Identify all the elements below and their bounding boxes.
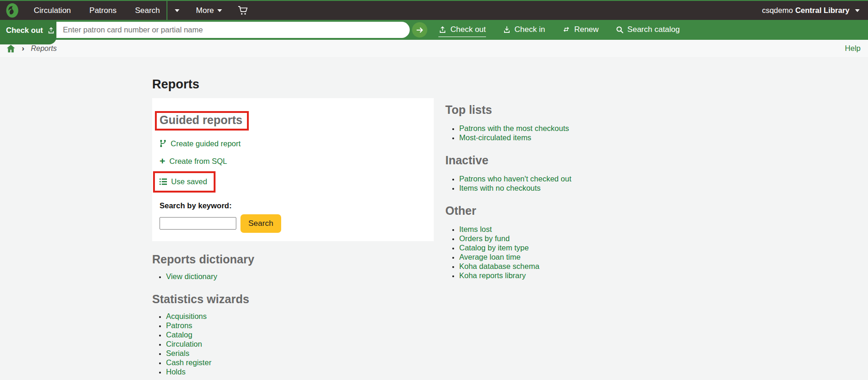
list-item: Items lost [459, 224, 649, 234]
home-icon [6, 44, 15, 53]
guided-reports-heading: Guided reports [160, 114, 242, 127]
quick-link-renew[interactable]: Renew [562, 25, 599, 35]
annotation-box-guided-reports: Guided reports [155, 111, 249, 131]
list-item: Patrons with the most checkouts [459, 124, 649, 133]
list-item: Koha reports library [459, 271, 649, 280]
wizard-catalog-link[interactable]: Catalog [166, 330, 192, 339]
page-content: Reports Guided reports Create guided rep… [0, 57, 868, 380]
guided-link-label: Use saved [171, 177, 207, 186]
statistics-wizards-section: Statistics wizards Acquisitions Patrons … [152, 293, 434, 376]
items-lost-link[interactable]: Items lost [459, 225, 492, 233]
section-heading: Other [445, 204, 649, 218]
create-guided-report-link[interactable]: Create guided report [160, 139, 240, 148]
guided-reports-card: Guided reports Create guided report + Cr… [152, 98, 434, 241]
list-item: Cash register [166, 358, 434, 367]
list-item: Patrons [166, 321, 434, 330]
search-icon [616, 25, 624, 34]
patrons-most-checkouts-link[interactable]: Patrons with the most checkouts [459, 124, 569, 132]
reports-dictionary-section: Reports dictionary View dictionary [152, 253, 434, 281]
list-item: Koha database schema [459, 262, 649, 271]
nav-item-patrons[interactable]: Patrons [83, 1, 123, 20]
patron-search-input[interactable] [48, 22, 410, 38]
koha-logo-icon [6, 3, 19, 18]
section-heading: Reports dictionary [152, 253, 434, 266]
checkout-tab[interactable]: Check out [0, 20, 56, 44]
most-circulated-items-link[interactable]: Most-circulated items [459, 133, 531, 142]
list-item: Average loan time [459, 252, 649, 262]
top-navigation-bar: Circulation Patrons Search More csqdemo … [0, 0, 868, 20]
nav-item-more-label: More [196, 6, 214, 15]
wizard-acquisitions-link[interactable]: Acquisitions [166, 312, 207, 320]
keyword-search-label: Search by keyword: [160, 201, 426, 210]
list-item: Circulation [166, 339, 434, 349]
wizard-cash-register-link[interactable]: Cash register [166, 358, 211, 367]
patron-search-band: Check out Check out [0, 20, 868, 40]
wizard-patrons-link[interactable]: Patrons [166, 321, 192, 330]
quick-link-label: Check in [515, 25, 545, 34]
list-item: Serials [166, 349, 434, 358]
section-heading: Statistics wizards [152, 293, 434, 306]
user-library-menu[interactable]: csqdemo Central Library [762, 6, 860, 15]
breadcrumb: › Reports Help [0, 40, 868, 57]
quick-link-label: Search catalog [628, 25, 680, 34]
nav-item-more[interactable]: More [190, 1, 228, 20]
guided-link-label: Create from SQL [169, 157, 227, 166]
koha-database-schema-link[interactable]: Koha database schema [459, 262, 539, 270]
quick-link-search-catalog[interactable]: Search catalog [616, 25, 680, 35]
wizard-serials-link[interactable]: Serials [166, 349, 189, 357]
chevron-down-icon [175, 9, 179, 12]
create-from-sql-link[interactable]: + Create from SQL [160, 157, 227, 166]
plus-icon: + [160, 158, 165, 164]
list-item: Most-circulated items [459, 133, 649, 142]
list-icon [160, 178, 167, 185]
list-item: Holds [166, 367, 434, 376]
download-icon [503, 25, 511, 34]
chevron-down-icon [855, 9, 860, 12]
guided-link-label: Create guided report [171, 139, 240, 148]
patrons-not-checked-out-link[interactable]: Patrons who haven't checked out [459, 174, 572, 183]
keyword-search-row: Search [160, 214, 426, 233]
list-item: Acquisitions [166, 311, 434, 321]
home-link[interactable] [6, 44, 15, 53]
checkout-tab-label: Check out [6, 26, 43, 35]
cart-icon [238, 6, 248, 15]
items-no-checkouts-link[interactable]: Items with no checkouts [459, 184, 541, 192]
wizard-circulation-link[interactable]: Circulation [166, 340, 202, 348]
quick-link-label: Check out [450, 25, 486, 34]
main-column: Reports Guided reports Create guided rep… [152, 77, 434, 380]
average-loan-time-link[interactable]: Average loan time [459, 253, 521, 261]
view-dictionary-link[interactable]: View dictionary [166, 272, 217, 280]
quick-link-label: Renew [574, 25, 599, 34]
breadcrumb-current-page: Reports [31, 44, 57, 53]
nav-item-circulation[interactable]: Circulation [27, 1, 77, 20]
keyword-search-button[interactable]: Search [240, 214, 281, 233]
list-item: Items with no checkouts [459, 183, 649, 193]
koha-reports-library-link[interactable]: Koha reports library [459, 271, 526, 280]
wizard-holds-link[interactable]: Holds [166, 368, 185, 376]
quick-link-check-in[interactable]: Check in [503, 25, 545, 35]
cart-button[interactable] [233, 6, 253, 15]
quick-reports-column: Top lists Patrons with the most checkout… [445, 77, 649, 380]
quick-link-check-out[interactable]: Check out [438, 25, 486, 37]
keyword-search-input[interactable] [160, 217, 236, 230]
koha-logo[interactable] [6, 3, 19, 18]
catalog-by-item-type-link[interactable]: Catalog by item type [459, 243, 529, 252]
nav-item-search[interactable]: Search [129, 1, 166, 20]
user-account-label: csqdemo [762, 6, 793, 15]
list-item: Orders by fund [459, 234, 649, 243]
main-nav: Circulation Patrons Search More [27, 1, 253, 20]
current-library-label: Central Library [795, 6, 850, 15]
inactive-section: Inactive Patrons who haven't checked out… [445, 154, 649, 193]
upload-icon [438, 25, 447, 34]
section-heading: Top lists [445, 103, 649, 117]
patron-search-submit-button[interactable] [412, 22, 427, 37]
list-item: Catalog [166, 330, 434, 339]
other-section: Other Items lost Orders by fund Catalog … [445, 204, 649, 280]
list-item: Catalog by item type [459, 243, 649, 252]
search-dropdown-toggle[interactable] [167, 1, 187, 20]
circulation-quick-links: Check out Check in Renew [438, 20, 680, 40]
use-saved-link[interactable]: Use saved [160, 177, 207, 186]
orders-by-fund-link[interactable]: Orders by fund [459, 234, 510, 243]
help-link[interactable]: Help [845, 44, 861, 53]
code-branch-icon [160, 139, 166, 148]
